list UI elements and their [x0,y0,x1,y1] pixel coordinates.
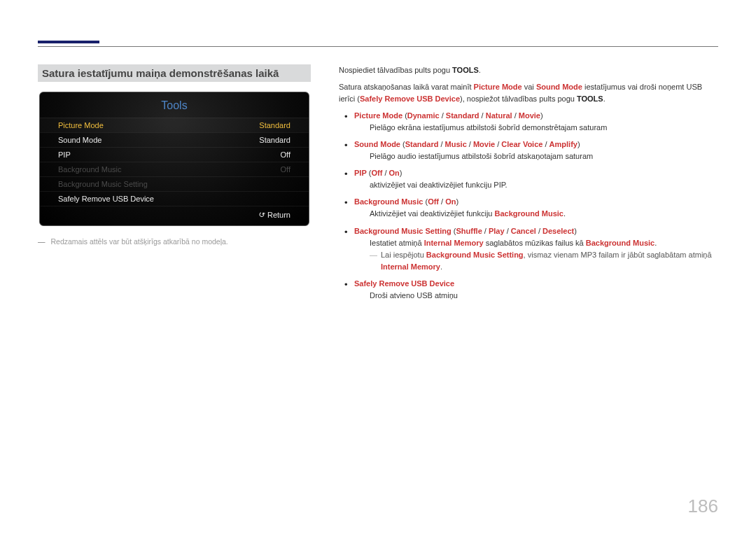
header-rule [38,46,718,47]
note-line: ― Lai iespējotu Background Music Setting… [354,249,718,273]
osd-row-safe-remove: Safely Remove USB Device [40,191,309,206]
item-sound-mode: Sound Mode (Standard / Music / Movie / C… [339,139,718,162]
osd-footer: ↻Return [40,206,309,223]
osd-row-sound-mode: Sound Mode Standard [40,132,309,147]
intro-para: Satura atskaņošanas laikā varat mainīt P… [339,81,718,105]
right-column: Nospiediet tālvadības pults pogu TOOLS. … [339,64,718,307]
item-bg-music-setting: Background Music Setting (Shuffle / Play… [339,225,718,273]
dash-icon: ― [370,249,377,261]
osd-row-bg-music-setting: Background Music Setting [40,176,309,191]
screenshot-caption: ― Redzamais attēls var būt atšķirīgs atk… [38,237,311,246]
osd-screenshot: Tools Picture Mode Standard Sound Mode S… [39,92,309,226]
section-heading: Satura iestatījumu maiņa demonstrēšanas … [38,64,311,82]
item-safely-remove: Safely Remove USB Device Droši atvieno U… [339,278,718,302]
item-picture-mode: Picture Mode (Dynamic / Standard / Natur… [339,110,718,134]
intro-line: Nospiediet tālvadības pults pogu TOOLS. [339,64,718,76]
osd-title: Tools [40,92,309,118]
return-icon: ↻ [257,210,266,220]
page-number: 186 [688,496,718,517]
osd-row-pip: PIP Off [40,147,309,162]
content-area: Satura iestatījumu maiņa demonstrēšanas … [38,64,718,307]
left-column: Satura iestatījumu maiņa demonstrēšanas … [38,64,311,307]
header-accent [38,41,99,43]
osd-row-picture-mode: Picture Mode Standard [40,118,309,132]
osd-row-bg-music: Background Music Off [40,162,309,176]
dash-icon: ― [38,237,51,246]
feature-list: Picture Mode (Dynamic / Standard / Natur… [339,110,718,302]
item-bg-music: Background Music (Off / On) Aktivizējiet… [339,196,718,220]
item-pip: PIP (Off / On) aktivizējiet vai deaktivi… [339,167,718,191]
